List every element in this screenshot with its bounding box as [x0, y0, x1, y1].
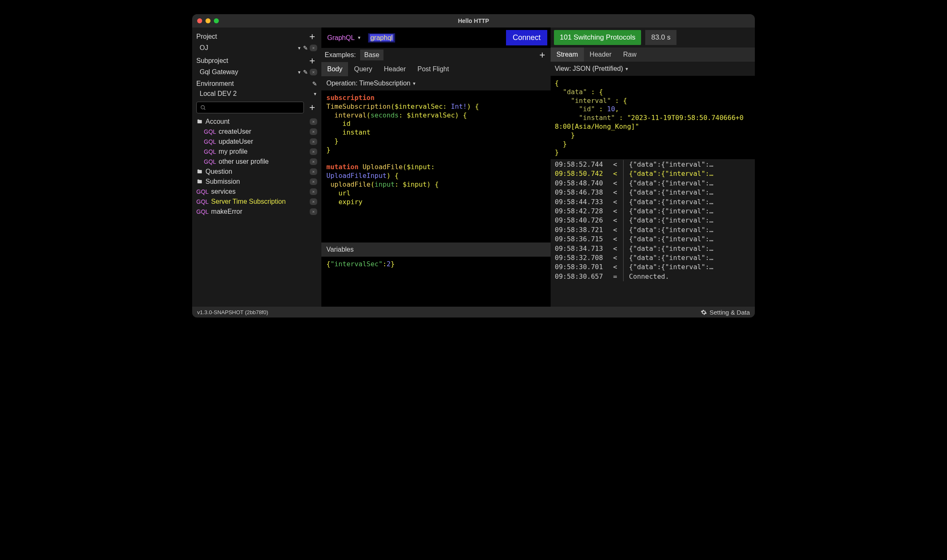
settings-label: Setting & Data	[709, 309, 750, 316]
gear-icon	[701, 309, 707, 315]
log-row[interactable]: 09:58:40.726<{"data":{"interval":…	[551, 216, 755, 225]
log-time: 09:58:32.708	[555, 253, 613, 262]
maximize-icon[interactable]	[214, 18, 219, 23]
tab-raw[interactable]: Raw	[617, 48, 642, 62]
request-item[interactable]: GQLcreateUser×	[192, 127, 321, 137]
pencil-icon[interactable]: ✎	[303, 45, 308, 51]
tab-query[interactable]: Query	[348, 62, 378, 76]
log-direction: <	[613, 207, 623, 216]
connect-button[interactable]: Connect	[506, 30, 547, 45]
delete-button[interactable]: ×	[310, 198, 317, 205]
delete-button[interactable]: ×	[310, 178, 317, 185]
delete-project-button[interactable]: ×	[310, 45, 317, 51]
log-body: {"data":{"interval":…	[629, 262, 713, 272]
log-body: {"data":{"interval":…	[629, 188, 713, 197]
add-request-button[interactable]: +	[307, 102, 317, 112]
minimize-icon[interactable]	[205, 18, 210, 23]
view-selector[interactable]: View: JSON (Prettified) ▼	[551, 62, 755, 76]
request-tree: Account×GQLcreateUser×GQLupdateUser×GQLm…	[192, 115, 321, 304]
log-direction: <	[613, 169, 623, 178]
log-time: 09:58:30.657	[555, 272, 613, 281]
chevron-down-icon: ▼	[297, 46, 301, 50]
log-row[interactable]: 09:58:30.657=Connected.	[551, 272, 755, 281]
delete-button[interactable]: ×	[310, 118, 317, 125]
environment-selector[interactable]: Local DEV 2 ▼	[192, 89, 321, 100]
folder-question[interactable]: Question×	[192, 167, 321, 177]
stream-log[interactable]: 09:58:52.744<{"data":{"interval":…09:58:…	[551, 159, 755, 307]
add-example-button[interactable]: +	[537, 50, 547, 60]
log-row[interactable]: 09:58:30.701<{"data":{"interval":…	[551, 262, 755, 272]
log-body: {"data":{"interval":…	[629, 169, 713, 178]
chevron-down-icon: ▼	[625, 67, 629, 71]
settings-button[interactable]: Setting & Data	[701, 309, 750, 316]
log-row[interactable]: 09:58:42.728<{"data":{"interval":…	[551, 207, 755, 216]
request-item[interactable]: GQLmy profile×	[192, 147, 321, 157]
request-label: Server Time Subscription	[211, 198, 307, 205]
operation-value: TimeSubscription	[359, 80, 411, 87]
environment-value: Local DEV 2	[200, 90, 311, 98]
folder-submission[interactable]: Submission×	[192, 177, 321, 187]
add-subproject-button[interactable]: +	[307, 56, 317, 66]
app-window: Hello HTTP Project + OJ ▼ ✎ × Subproject…	[192, 14, 755, 318]
request-item[interactable]: GQLservices×	[192, 187, 321, 197]
log-body: Connected.	[629, 272, 669, 281]
variables-editor[interactable]: {"intervalSec":2}	[321, 257, 551, 307]
log-direction: <	[613, 244, 623, 253]
project-label: Project	[196, 33, 307, 40]
request-item[interactable]: GQLupdateUser×	[192, 137, 321, 147]
request-item[interactable]: GQLother user profile×	[192, 157, 321, 167]
tab-header[interactable]: Header	[378, 62, 411, 76]
example-chip[interactable]: Base	[360, 50, 383, 60]
operation-selector[interactable]: Operation: TimeSubscription ▼	[321, 76, 551, 90]
log-time: 09:58:30.701	[555, 262, 613, 272]
log-row[interactable]: 09:58:48.740<{"data":{"interval":…	[551, 179, 755, 188]
tab-stream[interactable]: Stream	[551, 48, 584, 62]
protocol-selector[interactable]: GraphQL ▼	[325, 32, 364, 43]
delete-button[interactable]: ×	[310, 168, 317, 175]
delete-button[interactable]: ×	[310, 188, 317, 195]
statusbar: v1.3.0-SNAPSHOT (2bb78f0) Setting & Data	[192, 307, 755, 318]
log-direction: <	[613, 235, 623, 244]
request-item[interactable]: GQLServer Time Subscription×	[192, 197, 321, 207]
log-body: {"data":{"interval":…	[629, 216, 713, 225]
request-item[interactable]: GQLmakeError×	[192, 207, 321, 217]
view-label: View:	[555, 65, 571, 72]
log-body: {"data":{"interval":…	[629, 207, 713, 216]
search-field[interactable]	[208, 104, 300, 111]
log-time: 09:58:42.728	[555, 207, 613, 216]
log-row[interactable]: 09:58:38.721<{"data":{"interval":…	[551, 225, 755, 235]
project-selector[interactable]: OJ ▼ ✎ ×	[192, 43, 321, 54]
pencil-icon[interactable]: ✎	[303, 69, 308, 75]
tab-post-flight[interactable]: Post Flight	[412, 62, 455, 76]
log-row[interactable]: 09:58:32.708<{"data":{"interval":…	[551, 253, 755, 262]
log-row[interactable]: 09:58:46.738<{"data":{"interval":…	[551, 188, 755, 197]
tab-header[interactable]: Header	[584, 48, 617, 62]
tab-body[interactable]: Body	[321, 62, 348, 76]
graphql-editor[interactable]: subscription TimeSubscription($intervalS…	[321, 90, 551, 242]
folder-account[interactable]: Account×	[192, 117, 321, 127]
log-body: {"data":{"interval":…	[629, 225, 713, 235]
delete-button[interactable]: ×	[310, 128, 317, 135]
delete-button[interactable]: ×	[310, 208, 317, 215]
log-row[interactable]: 09:58:50.742<{"data":{"interval":…	[551, 169, 755, 178]
delete-button[interactable]: ×	[310, 158, 317, 165]
close-icon[interactable]	[197, 18, 202, 23]
response-body[interactable]: { "data" : { "interval" : { "id" : 10, "…	[551, 76, 755, 159]
pencil-icon[interactable]: ✎	[312, 80, 317, 87]
delete-button[interactable]: ×	[310, 148, 317, 155]
method-tag: GQL	[196, 188, 209, 195]
search-input[interactable]	[196, 102, 304, 113]
log-row[interactable]: 09:58:44.733<{"data":{"interval":…	[551, 198, 755, 207]
status-badge: 101 Switching Protocols	[554, 30, 641, 45]
add-project-button[interactable]: +	[307, 32, 317, 42]
log-row[interactable]: 09:58:52.744<{"data":{"interval":…	[551, 160, 755, 169]
url-value: graphql	[370, 34, 393, 41]
subproject-selector[interactable]: Gql Gateway ▼ ✎ ×	[192, 68, 321, 78]
delete-subproject-button[interactable]: ×	[310, 69, 317, 75]
delete-button[interactable]: ×	[310, 138, 317, 145]
log-time: 09:58:46.738	[555, 188, 613, 197]
log-row[interactable]: 09:58:34.713<{"data":{"interval":…	[551, 244, 755, 253]
url-input[interactable]: graphql	[368, 33, 395, 42]
log-time: 09:58:48.740	[555, 179, 613, 188]
log-row[interactable]: 09:58:36.715<{"data":{"interval":…	[551, 235, 755, 244]
